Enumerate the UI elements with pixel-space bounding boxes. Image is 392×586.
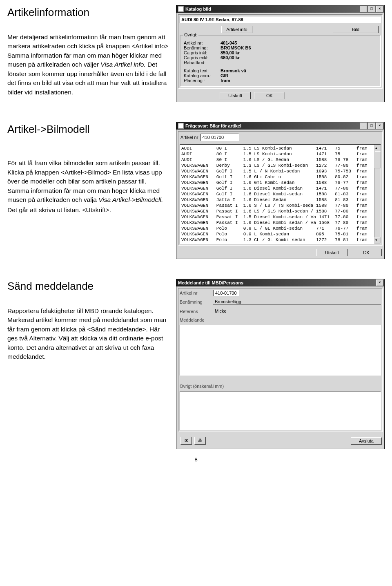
kv-kataloganm-label: Katalog anm.: — [184, 73, 220, 78]
list-item[interactable]: VOLKSWAGEN Golf I 1.6 GLi Cabrio 1588 80… — [181, 174, 379, 180]
section3-para: Rapportera felaktigheter till MBD rörand… — [7, 306, 169, 362]
s1-para-italic: Visa Artikel info. — [100, 61, 145, 68]
maximize-icon[interactable]: □ — [368, 123, 375, 129]
window-title: Meddelande till MBD/Perssons — [178, 280, 243, 285]
minimize-icon[interactable]: _ — [360, 123, 367, 129]
scroll-thumb[interactable] — [374, 151, 381, 168]
ovrigt-textarea[interactable] — [180, 391, 381, 430]
titlebar[interactable]: Meddelande till MBD/Perssons × — [176, 279, 384, 286]
kv-katalogtext-label: Katalog text: — [184, 68, 220, 73]
page-number: 8 — [7, 456, 385, 463]
kv-placering-value: fram — [220, 78, 230, 83]
list-item[interactable]: VOLKSWAGEN Passat I 1.6 S / LS / TS Komb… — [181, 203, 379, 208]
ok-button[interactable]: OK — [351, 249, 382, 256]
close-icon[interactable]: × — [376, 123, 383, 129]
list-item[interactable]: VOLKSWAGEN Jatta I 1.6 Diesel Sedan 1588… — [181, 197, 379, 203]
list-item[interactable]: VOLKSWAGEN Derby 1.3 LS / GLS Kombi-seda… — [181, 163, 379, 168]
list-item[interactable]: VOLKSWAGEN Polo 0.9 L Kombi-sedan 895 75… — [181, 231, 379, 237]
kv-capris-inkl-value: 850,00 kr — [220, 50, 240, 55]
ok-button[interactable]: OK — [254, 92, 285, 99]
list-item[interactable]: AUDI 80 I 1.6 LS / GL Sedan 1588 76-78 f… — [181, 157, 379, 163]
window-bilar-for-artikel: Frågesvar: Bilar för artikel _ □ × Artik… — [176, 122, 385, 259]
window-title: Frågesvar: Bilar för artikel — [185, 123, 241, 128]
artikel-nr-label: Artikel nr — [180, 135, 198, 140]
meddelande-textarea[interactable] — [180, 325, 381, 376]
section1-para: Mer detaljerad artikelinformation får ma… — [7, 33, 169, 97]
print-icon[interactable]: 🖶 — [194, 437, 206, 445]
list-item[interactable]: AUDI 80 I 1.5 LS Kombi-sedan 1471 75 fra… — [181, 145, 379, 151]
list-item[interactable]: VOLKSWAGEN Golf I 1.6 GTi Kombi-sedan 15… — [181, 180, 379, 186]
artikel-nr-label: Artikel nr — [180, 291, 209, 295]
window-title: Katalog bild — [185, 7, 211, 11]
scrollbar[interactable]: ▴ ▾ — [374, 145, 381, 244]
utskrift-button[interactable]: Utskrift — [316, 249, 347, 256]
close-icon[interactable]: × — [376, 6, 383, 12]
section3-heading: Sänd meddelande — [7, 279, 169, 294]
scroll-down-icon[interactable]: ▾ — [374, 237, 381, 244]
app-icon — [178, 6, 184, 12]
kv-benamning-label: Benämning: — [184, 45, 220, 50]
kv-rabatt-label: Rabattkod: — [184, 60, 220, 65]
section2-heading: Artikel->Bilmodell — [7, 122, 169, 137]
app-icon — [178, 123, 184, 129]
titlebar[interactable]: Katalog bild _ □ × — [176, 5, 384, 13]
list-item[interactable]: VOLKSWAGEN Golf I 1.6 Diesel Kombi-sedan… — [181, 186, 379, 191]
window-meddelande: Meddelande till MBD/Perssons × Artikel n… — [176, 279, 385, 449]
kv-placering-label: Placering : — [184, 78, 220, 83]
titlebar[interactable]: Frågesvar: Bilar för artikel _ □ × — [176, 122, 384, 130]
scroll-up-icon[interactable]: ▴ — [374, 145, 381, 151]
group-legend: Övrigt: — [183, 32, 198, 37]
bild-button[interactable]: Bild — [333, 26, 379, 33]
referens-value: Micke — [213, 308, 381, 314]
artikel-nr-value: 410-01700 — [200, 134, 239, 141]
kv-capris-inkl-label: Ca pris inkl: — [184, 50, 220, 55]
list-item[interactable]: VOLKSWAGEN Passat I 1.5 Diesel Kombi-sed… — [181, 214, 379, 220]
list-item[interactable]: VOLKSWAGEN Golf I 1.5 L / N Kombi-sedan … — [181, 168, 379, 174]
kv-kataloganm-value: GIR — [220, 73, 229, 78]
ovrigt-label: Övrigt (önskemål mm) — [180, 384, 224, 389]
kv-benamning-value: BROMSOK B6 — [220, 45, 251, 50]
benamning-label: Benämning — [180, 300, 209, 304]
artikel-info-button[interactable]: Artikel info — [221, 26, 252, 33]
list-item[interactable]: VOLKSWAGEN Passat I 1.6 Diesel Kombi-sed… — [181, 220, 379, 226]
section2-para: För att få fram vilka bilmodeller som ar… — [7, 150, 169, 205]
close-icon[interactable]: × — [376, 280, 383, 286]
utskrift-button[interactable]: Utskrift — [220, 92, 251, 99]
list-item[interactable]: VOLKSWAGEN Golf I 1.6 Diesel Kombi-sedan… — [181, 191, 379, 197]
car-heading: AUDI 80 IV 1.9E Sedan, 87-88 — [180, 16, 381, 23]
referens-label: Referens — [180, 309, 209, 314]
list-item[interactable]: VOLKSWAGEN Polo 0.8 L / GL Kombi-sedan 7… — [181, 226, 379, 231]
list-item[interactable]: AUDI 80 I 1.5 LS Kombi-sedan 1471 75 fra… — [181, 151, 379, 157]
window-katalog-bild: Katalog bild _ □ × AUDI 80 IV 1.9E Sedan… — [176, 5, 385, 102]
s2-para-italic: Visa Artikel->Bilmodell. — [98, 196, 163, 203]
kv-artikel-nr-label: Artikel nr: — [184, 40, 220, 45]
kv-capris-exkl-label: Ca pris exkl: — [184, 55, 220, 60]
kv-artikel-nr-value: 401-945 — [220, 40, 237, 45]
list-item[interactable]: VOLKSWAGEN Polo 1.3 CL / GL Kombi-sedan … — [181, 237, 379, 243]
minimize-icon[interactable]: _ — [360, 6, 367, 12]
kv-capris-exkl-value: 680,00 kr — [220, 55, 240, 60]
artikel-nr-input[interactable]: 410-01700 — [213, 290, 239, 296]
kv-katalogtext-value: Bromsok vä — [220, 68, 246, 73]
mail-icon[interactable]: ✉ — [180, 437, 192, 445]
car-list[interactable]: ▴ ▾ AUDI 80 I 1.5 LS Kombi-sedan 1471 75… — [180, 144, 381, 244]
meddelande-label: Meddelande — [180, 318, 209, 322]
section1-heading: Artikelinformation — [7, 5, 169, 20]
list-item[interactable]: VOLKSWAGEN Passat I 1.6 LS / GLS Kombi-s… — [181, 208, 379, 214]
maximize-icon[interactable]: □ — [368, 6, 375, 12]
benamning-value: Bromsbelägg — [213, 299, 381, 305]
section2-para2: Det går att skriva ut listan. <Utskrift>… — [7, 206, 169, 215]
avsluta-button[interactable]: Avsluta — [351, 437, 382, 445]
